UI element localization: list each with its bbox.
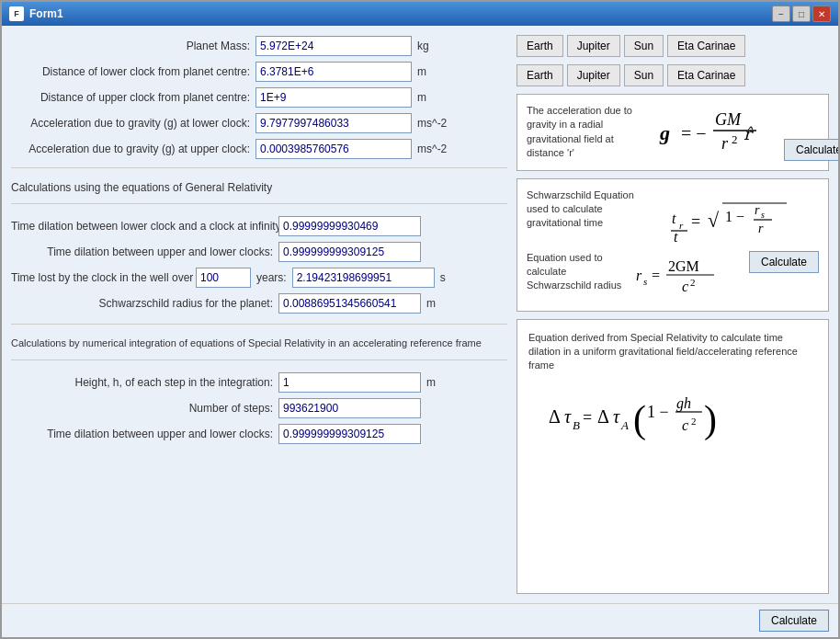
schwarz-radius-input[interactable] [278,293,421,314]
svg-text:=: = [691,212,700,231]
time-dil-inf-input[interactable] [278,216,421,236]
sr-formula-box: Equation derived from Special Relativity… [516,319,829,594]
upper-clock-row: Distance of upper clock from planet cent… [11,86,507,108]
calculate-bottom-button[interactable]: Calculate [759,610,829,632]
time-dil-sr-row: Time dilation between upper and lower cl… [11,423,507,445]
grav-lower-label: Acceleration due to gravity (g) at lower… [11,117,250,130]
time-dil-inf-row: Time dilation between lower clock and a … [11,215,507,237]
svg-text:= −: = − [681,123,707,143]
title-bar-buttons: − □ ✕ [772,6,831,22]
time-dil-clocks-row: Time dilation between upper and lower cl… [11,241,507,263]
gravity-formula-svg: g = − GM r 2 r̂ [655,105,775,160]
grav-upper-label: Acceleration due to gravity (g) at upper… [11,143,250,155]
sun-button-2[interactable]: Sun [624,64,664,86]
gravity-formula-desc: The acceleration due to gravity in a rad… [527,104,646,161]
num-steps-label: Number of steps: [11,402,273,415]
schwarzschild-time-formula: t r t = √ 1 − r s r [644,188,819,244]
lower-clock-unit: m [417,65,426,78]
app-icon: F [9,6,24,21]
sun-button-1[interactable]: Sun [624,35,664,57]
svg-text:2: 2 [732,132,738,146]
minimize-button[interactable]: − [772,6,790,22]
time-lost-value-input[interactable] [292,268,435,288]
schwarzschild-time-desc: Schwarzschild Equation used to calculate… [527,188,637,231]
grav-lower-input[interactable] [255,113,412,133]
right-panel: Earth Jupiter Sun Eta Carinae Earth Jupi… [516,35,829,594]
earth-button-2[interactable]: Earth [516,64,563,86]
svg-text:1 −: 1 − [647,403,669,421]
eta-carinae-button-2[interactable]: Eta Carinae [667,64,745,86]
grav-upper-unit: ms^-2 [417,143,447,155]
svg-text:r: r [755,203,760,217]
time-dil-clocks-label: Time dilation between upper and lower cl… [11,245,273,258]
svg-text:r: r [758,222,764,235]
grav-upper-input[interactable] [255,139,412,159]
svg-text:=: = [652,268,660,283]
sr-section-header: Calculations by numerical integration of… [11,337,507,348]
gravity-formula-container: g = − GM r 2 r̂ [655,105,775,160]
svg-text:Δ: Δ [549,406,561,427]
schwarzschild-time-row: Schwarzschild Equation used to calculate… [527,188,819,244]
planet-mass-unit: kg [417,40,429,52]
svg-text:B: B [573,418,580,432]
close-button[interactable]: ✕ [812,6,831,22]
svg-text:GM: GM [715,110,742,129]
step-height-unit: m [426,376,436,389]
lower-clock-label: Distance of lower clock from planet cent… [11,65,250,78]
time-lost-row: Time lost by the clock in the well over … [11,267,507,289]
svg-text:1 −: 1 − [725,209,744,224]
step-height-input[interactable] [278,372,421,393]
svg-text:2: 2 [690,277,696,288]
schwarz-radius-label: Schwarzschild radius for the planet: [11,297,273,310]
gr-formulas-box: Schwarzschild Equation used to calculate… [516,178,829,312]
window-title: Form1 [29,7,63,20]
svg-text:2GM: 2GM [668,258,699,274]
svg-text:A: A [620,418,629,432]
earth-button-1[interactable]: Earth [516,35,563,57]
planet-buttons-row-2: Earth Jupiter Sun Eta Carinae [516,64,829,86]
svg-text:(: ( [633,398,646,441]
title-bar: F Form1 − □ ✕ [2,2,838,26]
svg-text:r: r [721,134,729,153]
schwarz-radius-unit: m [426,297,436,310]
time-dil-clocks-input[interactable] [278,242,421,262]
upper-clock-unit: m [417,91,426,104]
step-height-label: Height, h, of each step in the integrati… [11,376,273,389]
grav-lower-unit: ms^-2 [417,117,447,130]
svg-text:Δ: Δ [597,406,609,427]
time-dil-sr-input[interactable] [278,424,421,444]
num-steps-row: Number of steps: [11,397,507,419]
time-lost-years-input[interactable] [196,268,251,288]
gravity-formula-box: The acceleration due to gravity in a rad… [516,94,829,171]
svg-text:c: c [682,279,688,294]
jupiter-button-1[interactable]: Jupiter [567,35,620,57]
time-lost-years-unit: years: [256,271,287,284]
schwarzschild-time-svg: t r t = √ 1 − r s r [667,188,796,244]
gr-section-header: Calculations using the equations of Gene… [11,181,507,194]
svg-text:=: = [583,408,592,427]
lower-clock-input[interactable] [255,62,412,82]
svg-text:s: s [761,210,765,220]
calculate-button-1[interactable]: Calculate [784,139,838,161]
planet-mass-input[interactable] [255,36,412,56]
content-area: Planet Mass: kg Distance of lower clock … [2,26,838,603]
svg-text:τ: τ [613,406,620,427]
sr-formula-container: Δ τ B = Δ τ A ( 1 − gh c 2 ) [528,379,817,452]
step-height-row: Height, h, of each step in the integrati… [11,371,507,394]
eta-carinae-button-1[interactable]: Eta Carinae [667,35,745,57]
grav-upper-row: Acceleration due to gravity (g) at upper… [11,138,507,160]
planet-buttons-row-1: Earth Jupiter Sun Eta Carinae [516,35,829,57]
jupiter-button-2[interactable]: Jupiter [567,64,620,86]
schwarzschild-radius-svg: r s = 2GM c 2 [631,251,742,302]
grav-lower-row: Acceleration due to gravity (g) at lower… [11,112,507,134]
bottom-bar: Calculate [2,603,838,637]
num-steps-input[interactable] [278,398,421,418]
maximize-button[interactable]: □ [792,6,811,22]
time-lost-label: Time lost by the clock in the well over [11,271,190,284]
svg-text:c: c [682,417,688,433]
upper-clock-input[interactable] [255,87,412,108]
svg-text:2: 2 [691,416,697,427]
upper-clock-label: Distance of upper clock from planet cent… [11,91,250,104]
calculate-button-2[interactable]: Calculate [749,251,819,273]
svg-text:r: r [679,220,684,231]
